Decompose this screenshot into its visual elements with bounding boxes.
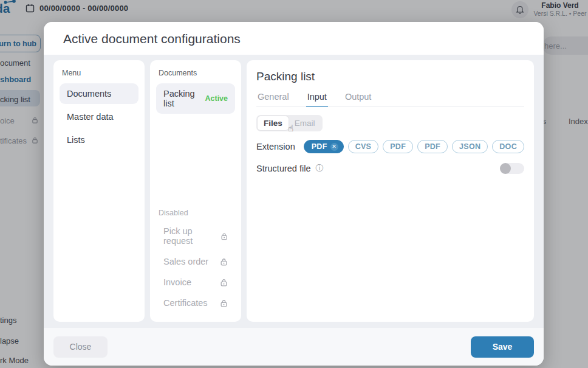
- chip-json[interactable]: JSON: [452, 140, 488, 153]
- document-item-pick-up-request[interactable]: Pick up request: [156, 221, 235, 251]
- tab-general[interactable]: General: [256, 88, 290, 106]
- detail-panel: Packing list General Input Output Files …: [247, 60, 534, 322]
- extension-row: Extension PDF ✕ CVS PDF PDF JSON DOC: [256, 140, 524, 153]
- chip-pdf[interactable]: PDF: [417, 140, 448, 153]
- modal-body: Menu Documents Master data Lists Documen…: [44, 55, 544, 328]
- structured-file-toggle[interactable]: [500, 163, 524, 174]
- mouse-cursor: ☝: [288, 123, 293, 134]
- menu-item-lists[interactable]: Lists: [60, 130, 138, 150]
- document-item-invoice[interactable]: Invoice: [156, 272, 235, 293]
- segment-files[interactable]: Files: [258, 116, 289, 130]
- chip-pdf-selected[interactable]: PDF ✕: [304, 140, 344, 153]
- structured-file-row: Structured file ⓘ: [256, 163, 524, 174]
- tab-output[interactable]: Output: [344, 88, 373, 106]
- spacer: [156, 114, 235, 203]
- detail-title: Packing list: [256, 70, 524, 83]
- documents-panel: Documents Packing list Active Disabled P…: [150, 60, 241, 322]
- documents-panel-header: Documents: [159, 69, 235, 77]
- tab-input[interactable]: Input: [306, 88, 328, 107]
- document-item-label: Certificates: [163, 298, 208, 308]
- menu-item-documents[interactable]: Documents: [60, 83, 138, 104]
- remove-chip-icon[interactable]: ✕: [330, 143, 338, 151]
- source-segmented-control: Files Email ☝: [256, 115, 323, 131]
- extension-label: Extension: [256, 142, 295, 151]
- save-button[interactable]: Save: [471, 336, 534, 358]
- document-item-label: Invoice: [163, 277, 191, 287]
- structured-file-label: Structured file: [256, 164, 310, 173]
- chip-pdf[interactable]: PDF: [383, 140, 413, 153]
- extension-chip-list: PDF ✕ CVS PDF PDF JSON DOC: [304, 140, 524, 153]
- menu-panel: Menu Documents Master data Lists: [53, 60, 145, 322]
- chip-doc[interactable]: DOC: [492, 140, 524, 153]
- modal-title: Active document configurations: [63, 32, 544, 46]
- modal-header: Active document configurations: [44, 22, 544, 55]
- document-item-label: Sales order: [163, 257, 208, 266]
- lock-icon: [220, 299, 228, 307]
- document-item-packing-list[interactable]: Packing list Active: [156, 83, 235, 114]
- active-document-configurations-modal: Active document configurations Menu Docu…: [44, 22, 544, 366]
- close-button[interactable]: Close: [53, 336, 108, 358]
- document-item-sales-order[interactable]: Sales order: [156, 251, 235, 272]
- lock-icon: [220, 258, 228, 266]
- lock-icon: [220, 279, 228, 286]
- screen: da 00/00/0000 - 00/00/0000 Fabio Verd Ve…: [0, 0, 588, 368]
- chip-label: PDF: [312, 142, 327, 151]
- disabled-section-header: Disabled: [159, 209, 235, 217]
- menu-item-master-data[interactable]: Master data: [60, 106, 138, 127]
- chip-cvs[interactable]: CVS: [348, 140, 379, 153]
- document-item-label: Pick up request: [163, 226, 220, 246]
- detail-tabs: General Input Output: [256, 88, 524, 107]
- lock-icon: [220, 232, 228, 240]
- info-icon: ⓘ: [316, 163, 324, 174]
- status-badge-active: Active: [205, 94, 228, 103]
- document-item-label: Packing list: [163, 89, 205, 108]
- modal-footer: Close Save: [44, 328, 544, 366]
- document-item-certificates[interactable]: Certificates: [156, 293, 235, 313]
- toggle-knob: [500, 163, 511, 174]
- menu-panel-header: Menu: [62, 69, 138, 77]
